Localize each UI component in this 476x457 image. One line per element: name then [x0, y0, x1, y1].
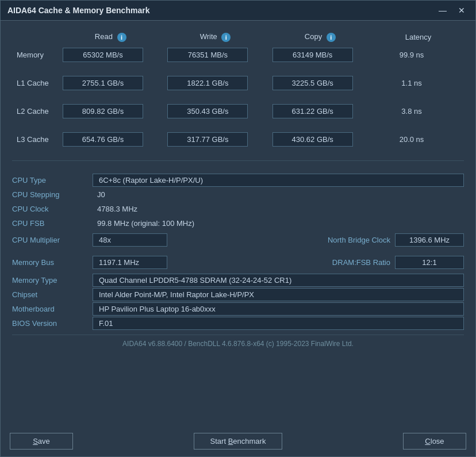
memory-type-label: Memory Type — [12, 274, 93, 287]
memory-bus-row: Memory Bus 1197.1 MHz DRAM:FSB Ratio 12:… — [12, 256, 464, 269]
row-spacer — [12, 94, 464, 101]
table-row: L1 Cache 2755.1 GB/s 1822.1 GB/s 3225.5 … — [12, 72, 464, 94]
title-bar: AIDA64 Cache & Memory Benchmark — ✕ — [1, 1, 475, 21]
row-label: L2 Cache — [12, 101, 58, 122]
row-spacer — [12, 122, 464, 129]
north-bridge-label: North Bridge Clock — [328, 236, 395, 244]
bios-label: BIOS Version — [12, 317, 93, 330]
cpu-stepping-label: CPU Stepping — [12, 188, 93, 201]
cpu-multiplier-label: CPU Multiplier — [12, 233, 93, 247]
copy-value: 63149 MB/s — [268, 44, 373, 66]
read-column-header: Read i — [58, 30, 163, 44]
dram-fsb-value: 12:1 — [395, 256, 464, 269]
table-row: L2 Cache 809.82 GB/s 350.43 GB/s 631.22 … — [12, 101, 464, 122]
copy-value: 3225.5 GB/s — [268, 72, 373, 94]
motherboard-value: HP Pavilion Plus Laptop 16-ab0xxx — [93, 302, 464, 316]
cpu-clock-label: CPU Clock — [12, 202, 93, 216]
write-value: 1822.1 GB/s — [163, 72, 267, 94]
close-window-button[interactable]: ✕ — [455, 5, 469, 16]
footer-text: AIDA64 v6.88.6400 / BenchDLL 4.6.876.8-x… — [12, 335, 464, 354]
row-label: L1 Cache — [12, 72, 58, 94]
write-info-icon[interactable]: i — [221, 33, 231, 42]
row-label: L3 Cache — [12, 129, 58, 150]
cpu-info-grid: CPU Type 6C+8c (Raptor Lake-H/P/PX/U) CP… — [12, 174, 464, 230]
read-value: 2755.1 GB/s — [58, 72, 163, 94]
table-row: L3 Cache 654.76 GB/s 317.77 GB/s 430.62 … — [12, 129, 464, 150]
latency-value: 20.0 ns — [373, 129, 464, 150]
empty-header — [12, 30, 58, 44]
cpu-fsb-value: 99.8 MHz (original: 100 MHz) — [93, 217, 464, 230]
memory-type-value: Quad Channel LPDDR5-4788 SDRAM (32-24-24… — [93, 274, 464, 287]
title-bar-controls: — ✕ — [435, 5, 469, 16]
table-row: Memory 65302 MB/s 76351 MB/s 63149 MB/s … — [12, 44, 464, 66]
row-label: Memory — [12, 44, 58, 66]
minimize-button[interactable]: — — [435, 5, 450, 16]
read-value: 654.76 GB/s — [58, 129, 163, 150]
copy-column-header: Copy i — [268, 30, 373, 44]
write-column-header: Write i — [163, 30, 267, 44]
dram-fsb-label: DRAM:FSB Ratio — [332, 258, 395, 267]
chipset-label: Chipset — [12, 288, 93, 301]
divider-1 — [12, 160, 464, 161]
close-button[interactable]: Close — [403, 433, 466, 450]
benchmark-table: Read i Write i Copy i Latency — [12, 30, 464, 150]
window-title: AIDA64 Cache & Memory Benchmark — [7, 6, 149, 15]
cpu-stepping-value: J0 — [93, 188, 464, 201]
cpu-clock-value: 4788.3 MHz — [93, 202, 464, 216]
cpu-fsb-label: CPU FSB — [12, 217, 93, 230]
latency-value: 3.8 ns — [373, 101, 464, 122]
read-value: 65302 MB/s — [58, 44, 163, 66]
motherboard-label: Motherboard — [12, 302, 93, 316]
latency-value: 99.9 ns — [373, 44, 464, 66]
memory-bus-value: 1197.1 MHz — [93, 256, 167, 269]
main-content: Read i Write i Copy i Latency — [1, 21, 475, 428]
save-button[interactable]: Save — [10, 433, 73, 450]
cpu-type-value: 6C+8c (Raptor Lake-H/P/PX/U) — [93, 174, 464, 187]
cpu-multiplier-value: 48x — [93, 233, 167, 247]
main-window: AIDA64 Cache & Memory Benchmark — ✕ Read… — [0, 0, 476, 457]
write-value: 76351 MB/s — [163, 44, 267, 66]
north-bridge-value: 1396.6 MHz — [395, 233, 464, 247]
latency-column-header: Latency — [373, 30, 464, 44]
copy-value: 430.62 GB/s — [268, 129, 373, 150]
memory-bus-label: Memory Bus — [12, 256, 93, 269]
button-bar: Save Start Benchmark Close — [1, 428, 475, 456]
row-spacer — [12, 66, 464, 72]
cpu-multiplier-row: CPU Multiplier 48x North Bridge Clock 13… — [12, 233, 464, 247]
latency-value: 1.1 ns — [373, 72, 464, 94]
read-info-icon[interactable]: i — [117, 33, 126, 42]
copy-info-icon[interactable]: i — [327, 33, 336, 42]
memory-info-grid: Memory Type Quad Channel LPDDR5-4788 SDR… — [12, 274, 464, 330]
copy-value: 631.22 GB/s — [268, 101, 373, 122]
chipset-value: Intel Alder Point-M/P, Intel Raptor Lake… — [93, 288, 464, 301]
cpu-type-label: CPU Type — [12, 174, 93, 187]
write-value: 350.43 GB/s — [163, 101, 267, 122]
read-value: 809.82 GB/s — [58, 101, 163, 122]
write-value: 317.77 GB/s — [163, 129, 267, 150]
start-benchmark-button[interactable]: Start Benchmark — [194, 433, 283, 450]
bios-value: F.01 — [93, 317, 464, 330]
